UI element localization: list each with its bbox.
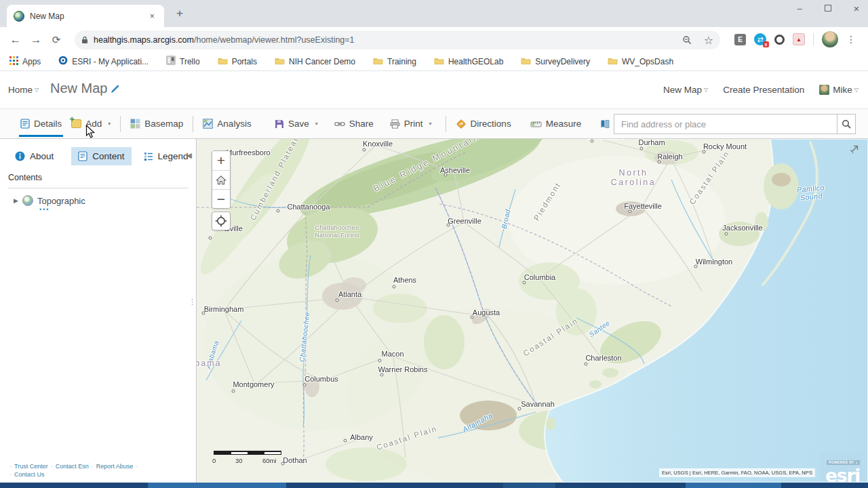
panel-footer-links: ·Trust Center·Contact Esri·Report Abuse·… [7,462,190,479]
map-toolbar: Details Add▾ Basemap Analysis Save▾ Shar… [0,108,868,139]
browser-tab-strip: New Map × + – × [0,0,868,27]
address-bar[interactable]: healthgis.maps.arcgis.com/home/webmap/vi… [75,30,720,49]
directions-button[interactable]: Directions [456,109,511,138]
search-button[interactable] [837,114,856,134]
bookmark-portals[interactable]: Portals [218,56,257,67]
details-icon [20,119,30,129]
expand-layer-icon[interactable]: ▶ [14,197,18,204]
bookmark-apps[interactable]: Apps [9,56,41,67]
edit-title-pencil-icon[interactable] [110,84,120,94]
app-header: Home▽ New Map New Map▽ Create Presentati… [0,71,868,108]
bookmark-esri-my-applicati[interactable]: ESRI - My Applicati... [58,56,149,67]
bookmark-label: Apps [22,57,41,66]
footer-link-contact-esri[interactable]: Contact Esri [56,463,89,470]
extension-e-icon[interactable]: E [734,34,746,45]
basemap-layer-icon [22,195,33,206]
layer-row-topographic[interactable]: ▶ Topographic [8,193,189,208]
layer-overflow-menu[interactable]: ••• [39,206,50,213]
bookmark-surveydelivery[interactable]: SurveyDelivery [521,56,590,67]
analysis-button[interactable]: Analysis [203,109,251,138]
details-button[interactable]: Details [20,109,62,138]
forward-button[interactable]: → [26,33,46,47]
bookmark-healthgeolab[interactable]: HealthGEOLab [434,56,503,67]
window-close-button[interactable]: × [852,3,861,14]
extension-sync-icon[interactable]: ⇄x [754,33,766,45]
share-button[interactable]: Share [334,109,374,138]
city-marker-raleigh [658,161,661,164]
city-marker-dothan [281,462,285,466]
city-marker-birmingham [202,312,205,315]
find-my-location-button[interactable] [212,211,231,230]
home-menu[interactable]: Home▽ [8,85,39,95]
footer-link-report-abuse[interactable]: Report Abuse [96,463,134,470]
bookmark-wv-opsdash[interactable]: WV_OpsDash [608,56,673,67]
measure-button[interactable]: Measure [530,109,582,138]
bookmark-label: Portals [232,57,257,66]
footer-link-trust-center[interactable]: Trust Center [14,463,48,470]
city-label-savannah: Savannah [521,400,555,408]
bookmark-nih-cancer-demo[interactable]: NIH Cancer Demo [275,56,355,67]
search-input[interactable] [614,114,837,134]
window-maximize-button[interactable] [823,3,833,14]
dot-separator: · [136,463,138,470]
folder-icon [218,56,228,67]
footer-link-contact-us[interactable]: Contact Us [14,471,45,478]
new-tab-button[interactable]: + [171,7,189,20]
create-presentation-button[interactable]: Create Presentation [723,85,804,95]
chevron-down-icon: ▽ [704,87,708,93]
city-marker-fayetteville [629,210,632,214]
browser-profile-avatar[interactable] [822,31,838,47]
browser-tab[interactable]: New Map × [7,5,164,27]
browser-menu-icon[interactable]: ⋮ [846,34,856,45]
basemap-topographic [197,139,868,483]
user-menu[interactable]: Mike▽ [819,85,859,95]
lock-icon [81,36,88,44]
city-label-greenville: Greenville [448,217,481,225]
bookmarks-icon [600,119,610,129]
divider [120,116,121,132]
zoom-out-button[interactable]: − [212,189,230,208]
home-extent-button[interactable] [212,170,230,189]
zoom-page-icon[interactable] [682,35,692,45]
back-button[interactable]: ← [5,33,26,47]
map-switcher-menu[interactable]: New Map▽ [663,85,708,95]
city-marker-knoxville [363,148,366,152]
tab-close-icon[interactable]: × [146,9,157,22]
home-icon [216,175,226,185]
esri-logo[interactable]: POWERED BY esri [821,453,863,481]
city-label-knoxville: Knoxville [363,140,393,148]
panel-resize-handle[interactable]: ⋮ [189,300,196,304]
folder-icon [521,56,531,67]
extension-ring-icon[interactable] [774,35,785,45]
user-avatar [819,85,829,95]
tab-content[interactable]: Content [71,147,131,165]
collapse-panel-icon[interactable]: ◀ [186,151,192,160]
bookmark-training[interactable]: Training [373,56,416,67]
zoom-control: + − [212,150,231,209]
save-button[interactable]: Save▾ [275,109,318,138]
bookmark-star-icon[interactable]: ☆ [704,34,713,47]
zoom-in-button[interactable]: + [212,151,230,170]
city-marker-rocky-mount [703,150,706,154]
trello-icon [166,56,176,67]
dot-separator: · [9,471,12,478]
locate-icon [215,215,227,227]
map-attribution: Esri, USGS | Esri, HERE, Garmin, FAO, NO… [659,468,815,477]
esri-target-icon [58,56,68,67]
bookmark-trello[interactable]: Trello [166,56,200,67]
basemap-button[interactable]: Basemap [130,109,183,138]
reload-button[interactable]: ⟳ [46,34,66,46]
tab-about[interactable]: About [8,147,60,165]
map-canvas[interactable]: MurfreesboroKnoxvilleAshevilleChattanoog… [197,139,868,483]
city-label-fayetteville: Fayetteville [624,202,662,210]
window-minimize-button[interactable]: – [795,3,804,14]
divider [193,116,193,132]
bookmarks-bar: AppsESRI - My Applicati...TrelloPortalsN… [0,52,868,71]
chevron-down-icon: ▾ [108,121,111,127]
city-marker-montgomery [232,390,235,393]
print-button[interactable]: Print▾ [390,109,432,138]
extension-pdf-icon[interactable]: ▲ [793,33,805,45]
map-edit-arrow-icon[interactable] [849,143,860,154]
map-label-bama: bama [197,359,222,368]
folder-icon [608,56,618,67]
